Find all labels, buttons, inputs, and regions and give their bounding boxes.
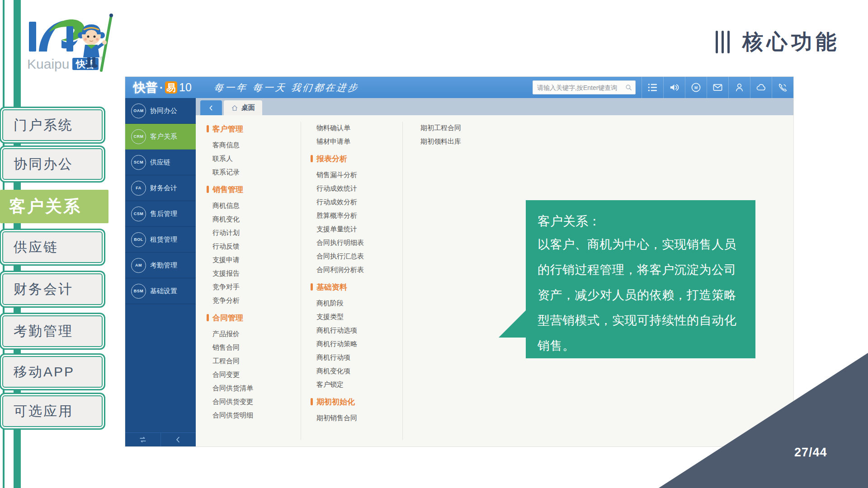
tab-desktop[interactable]: 桌面 bbox=[224, 100, 262, 115]
menu-item[interactable]: 期初销售合同 bbox=[316, 411, 364, 425]
app-tagline: 每一年 每一天 我们都在进步 bbox=[213, 81, 360, 94]
menu-column-1: 客户管理客商信息联系人联系记录销售管理商机信息商机变化行动计划行动反馈支援申请支… bbox=[212, 121, 253, 422]
nav-badge: AM bbox=[131, 258, 146, 273]
app-brand-separator: · bbox=[160, 81, 163, 94]
nav-label: 租赁管理 bbox=[150, 235, 177, 244]
menu-item[interactable]: 支援报告 bbox=[212, 267, 253, 280]
app-module-nav: OAM协同办公CRM客户关系SCM供应链FA财务会计CSM售后管理BOL租赁管理… bbox=[125, 98, 196, 446]
sidebar-item: 门户系统 bbox=[2, 109, 103, 141]
im-icon[interactable]: M bbox=[685, 77, 707, 98]
list-icon[interactable] bbox=[642, 77, 663, 98]
section-bar-icon bbox=[207, 186, 209, 193]
nav-item-crm[interactable]: CRM客户关系 bbox=[125, 124, 196, 150]
page-title: 核心功能 bbox=[742, 28, 840, 56]
menu-item[interactable]: 辅材申请单 bbox=[316, 135, 364, 148]
cloud-icon[interactable] bbox=[750, 77, 772, 98]
mail-icon[interactable] bbox=[707, 77, 728, 98]
menu-item[interactable]: 竞争分析 bbox=[212, 294, 253, 307]
menu-item[interactable]: 商机变化 bbox=[212, 212, 253, 226]
menu-item[interactable]: 销售漏斗分析 bbox=[316, 168, 364, 182]
section-bar-icon bbox=[311, 155, 313, 162]
menu-item[interactable]: 行动计划 bbox=[212, 226, 253, 239]
svg-text:M: M bbox=[694, 85, 698, 90]
menu-item[interactable]: 合同供货变更 bbox=[212, 395, 253, 408]
menu-item[interactable]: 合同执行汇总表 bbox=[316, 249, 364, 263]
menu-item[interactable]: 工程合同 bbox=[212, 354, 253, 368]
chevron-left-icon[interactable] bbox=[161, 433, 196, 446]
menu-item[interactable]: 商机行动项 bbox=[316, 351, 364, 364]
nav-label: 供应链 bbox=[150, 158, 170, 167]
nav-label: 售后管理 bbox=[150, 210, 177, 218]
user-icon[interactable] bbox=[728, 77, 750, 98]
nav-item-csm[interactable]: CSM售后管理 bbox=[125, 201, 196, 227]
menu-item[interactable]: 胜算概率分析 bbox=[316, 209, 364, 222]
nav-item-scm[interactable]: SCM供应链 bbox=[125, 150, 196, 175]
column-divider bbox=[402, 122, 403, 440]
nav-item-fa[interactable]: FA财务会计 bbox=[125, 175, 196, 201]
menu-item[interactable]: 合同供货明细 bbox=[212, 408, 253, 422]
menu-item[interactable]: 产品报价 bbox=[212, 327, 253, 341]
menu-item[interactable]: 合同利润分析表 bbox=[316, 263, 364, 277]
phone-icon[interactable] bbox=[772, 77, 793, 98]
nav-footer bbox=[125, 432, 196, 446]
menu-item[interactable]: 支援单量统计 bbox=[316, 222, 364, 236]
app-brand-product-badge: 易 bbox=[165, 81, 177, 94]
app-brand-version: 10 bbox=[179, 81, 192, 94]
menu-item[interactable]: 行动反馈 bbox=[212, 239, 253, 253]
menu-item[interactable]: 支援申请 bbox=[212, 253, 253, 267]
nav-item-oam[interactable]: OAM协同办公 bbox=[125, 98, 196, 124]
menu-item[interactable]: 商机变化项 bbox=[316, 364, 364, 378]
nav-label: 基础设置 bbox=[150, 287, 177, 296]
nav-badge: BSM bbox=[131, 284, 146, 299]
menu-item[interactable]: 合同执行明细表 bbox=[316, 236, 364, 249]
tab-bar: 桌面 bbox=[196, 98, 793, 115]
nav-badge: FA bbox=[131, 181, 146, 196]
sidebar-item: 考勤管理 bbox=[2, 315, 103, 347]
nav-label: 财务会计 bbox=[150, 184, 177, 192]
menu-item[interactable]: 物料确认单 bbox=[316, 121, 364, 135]
sidebar-item: 客户关系 bbox=[0, 190, 108, 223]
menu-item[interactable]: 联系记录 bbox=[212, 165, 253, 179]
menu-item[interactable]: 商机信息 bbox=[212, 199, 253, 212]
menu-item[interactable]: 客商信息 bbox=[212, 138, 253, 152]
menu-item[interactable]: 联系人 bbox=[212, 152, 253, 165]
search-input[interactable] bbox=[533, 84, 621, 91]
sidebar-item: 移动APP bbox=[2, 356, 103, 388]
menu-section: 客户管理 bbox=[212, 121, 253, 136]
column-divider bbox=[301, 122, 301, 440]
swap-icon[interactable] bbox=[125, 433, 161, 446]
nav-badge: BOL bbox=[131, 232, 146, 247]
sidebar-item: 财务会计 bbox=[2, 273, 103, 305]
menu-item[interactable]: 商机行动策略 bbox=[316, 337, 364, 351]
nav-item-bol[interactable]: BOL租赁管理 bbox=[125, 227, 196, 253]
speaker-icon[interactable] bbox=[663, 77, 685, 98]
nav-item-am[interactable]: AM考勤管理 bbox=[125, 253, 196, 278]
nav-label: 客户关系 bbox=[150, 132, 177, 141]
menu-item[interactable]: 客户锁定 bbox=[316, 378, 364, 391]
menu-section: 合同管理 bbox=[212, 310, 253, 325]
brand-zh-text: 快普 bbox=[75, 59, 95, 69]
menu-item[interactable]: 支援类型 bbox=[316, 310, 364, 324]
back-button[interactable] bbox=[200, 100, 222, 115]
menu-item[interactable]: 竞争对手 bbox=[212, 280, 253, 294]
menu-item[interactable]: 合同供货清单 bbox=[212, 381, 253, 395]
app-header: 快普 · 易 10 每一年 每一天 我们都在进步 M bbox=[125, 77, 793, 98]
menu-item[interactable]: 行动成效分析 bbox=[316, 195, 364, 209]
nav-item-bsm[interactable]: BSM基础设置 bbox=[125, 278, 196, 304]
menu-item[interactable]: 行动成效统计 bbox=[316, 182, 364, 195]
app-brand-name: 快普 bbox=[133, 80, 158, 96]
search-icon[interactable] bbox=[621, 84, 636, 91]
nav-label: 协同办公 bbox=[150, 107, 177, 115]
menu-item[interactable]: 销售合同 bbox=[212, 341, 253, 354]
callout-title: 客户关系： bbox=[538, 211, 744, 232]
menu-item[interactable]: 商机行动选项 bbox=[316, 324, 364, 337]
menu-item[interactable]: 商机阶段 bbox=[316, 296, 364, 310]
nav-badge: CSM bbox=[131, 206, 146, 221]
nav-label: 考勤管理 bbox=[150, 261, 177, 270]
slide: Kuaipu 快普 ® 核心功能 门户系统协同办公客户关系供应链财务会计考勤管理… bbox=[0, 0, 868, 488]
section-bar-icon bbox=[207, 314, 209, 321]
home-icon bbox=[231, 104, 238, 112]
menu-item[interactable]: 期初工程合同 bbox=[420, 121, 461, 135]
menu-item[interactable]: 合同变更 bbox=[212, 368, 253, 381]
menu-item[interactable]: 期初领料出库 bbox=[420, 135, 461, 148]
